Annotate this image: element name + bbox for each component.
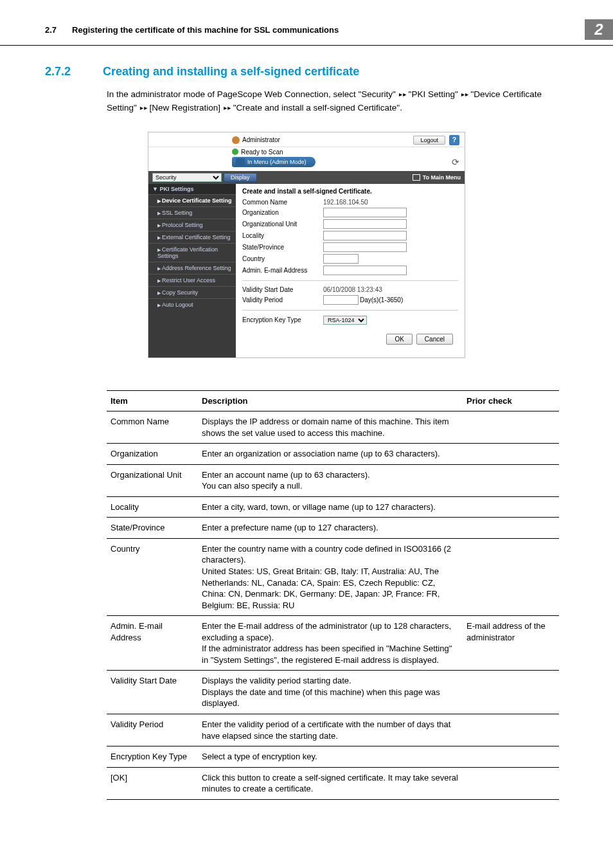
table-row: State/ProvinceEnter a prefecture name (u…	[107, 518, 559, 539]
email-input[interactable]	[323, 266, 407, 275]
mode-label: In Menu (Admin Mode)	[247, 159, 306, 165]
intro-b: "PKI Setting"	[409, 89, 461, 99]
locality-input[interactable]	[323, 231, 407, 240]
label-common-name: Common Name	[242, 199, 323, 206]
sidebar-item-ssl[interactable]: SSL Setting	[148, 206, 236, 219]
cell-item: Common Name	[107, 411, 198, 444]
cell-item: Locality	[107, 496, 198, 518]
label-validity-start: Validity Start Date	[242, 286, 323, 293]
logout-button[interactable]: Logout	[413, 136, 445, 145]
sidebar-item-external-cert[interactable]: External Certificate Setting	[148, 231, 236, 243]
cell-prior-check	[463, 411, 559, 444]
validity-period-input[interactable]	[323, 295, 359, 305]
main-panel: Create and install a self-signed Certifi…	[236, 184, 465, 357]
cell-prior-check	[463, 714, 559, 746]
cell-prior-check: E-mail address of the administrator	[463, 616, 559, 671]
value-validity-start: 06/10/2008 13:23:43	[323, 286, 382, 293]
cell-description: Enter an account name (up to 63 characte…	[198, 464, 463, 496]
cancel-button[interactable]: Cancel	[416, 334, 453, 345]
table-row: Validity Start DateDisplays the validity…	[107, 671, 559, 714]
table-row: Admin. E-mail AddressEnter the E-mail ad…	[107, 616, 559, 671]
cell-description: Select a type of encryption key.	[198, 746, 463, 768]
sidebar-item-device-cert[interactable]: Device Certificate Setting	[148, 194, 236, 206]
label-enc-key: Encryption Key Type	[242, 316, 323, 323]
sidebar-item-copy-security[interactable]: Copy Security	[148, 286, 236, 298]
arrow-icon: ▸▸	[398, 89, 406, 99]
table-row: LocalityEnter a city, ward, town, or vil…	[107, 496, 559, 518]
heading-number: 2.7.2	[45, 65, 71, 78]
printer-icon	[236, 158, 245, 166]
table-row: OrganizationEnter an organization or ass…	[107, 444, 559, 465]
label-country: Country	[242, 255, 323, 262]
cell-description: Enter a city, ward, town, or village nam…	[198, 496, 463, 518]
th-item: Item	[107, 390, 198, 411]
cell-description: Enter an organization or association nam…	[198, 444, 463, 465]
label-email: Admin. E-mail Address	[242, 267, 323, 274]
sidebar-group-pki[interactable]: ▼ PKI Settings	[148, 184, 236, 194]
cell-prior-check	[463, 518, 559, 539]
help-icon[interactable]: ?	[449, 135, 459, 145]
org-unit-input[interactable]	[323, 219, 407, 229]
cell-prior-check	[463, 767, 559, 799]
display-button[interactable]: Display	[224, 173, 257, 182]
sidebar-item-auto-logout[interactable]: Auto Logout	[148, 298, 236, 311]
cell-item: Validity Start Date	[107, 671, 198, 714]
cell-item: Country	[107, 538, 198, 615]
label-locality: Locality	[242, 232, 323, 239]
embedded-screenshot: Administrator Logout ? Ready to Scan In …	[148, 132, 465, 358]
table-row: Encryption Key TypeSelect a type of encr…	[107, 746, 559, 768]
cell-description: Enter the country name with a country co…	[198, 538, 463, 615]
validity-period-suffix: Day(s)(1-3650)	[360, 296, 403, 303]
cell-prior-check	[463, 444, 559, 465]
label-org-unit: Organizational Unit	[242, 221, 323, 228]
intro-a: In the administrator mode of PageScope W…	[107, 89, 398, 99]
cell-prior-check	[463, 464, 559, 496]
sidebar-item-restrict-user[interactable]: Restrict User Access	[148, 274, 236, 286]
category-select[interactable]: Security	[152, 173, 222, 182]
ready-status: Ready to Scan	[241, 149, 283, 156]
arrow-icon: ▸▸	[460, 89, 468, 99]
state-input[interactable]	[323, 242, 407, 252]
cell-prior-check	[463, 538, 559, 615]
table-row: [OK]Click this button to create a self-s…	[107, 767, 559, 799]
table-row: Validity PeriodEnter the validity period…	[107, 714, 559, 746]
cell-item: Organizational Unit	[107, 464, 198, 496]
refresh-icon[interactable]: ⟳	[452, 157, 459, 167]
label-organization: Organization	[242, 209, 323, 216]
sidebar-item-protocol[interactable]: Protocol Setting	[148, 219, 236, 231]
value-common-name: 192.168.104.50	[323, 199, 368, 206]
organization-input[interactable]	[323, 208, 407, 217]
admin-label: Administrator	[242, 136, 280, 143]
cell-item: Validity Period	[107, 714, 198, 746]
cell-description: Displays the validity period starting da…	[198, 671, 463, 714]
country-input[interactable]	[323, 254, 359, 264]
th-description: Description	[198, 390, 463, 411]
cell-prior-check	[463, 746, 559, 768]
menu-icon	[413, 174, 420, 181]
enc-key-select[interactable]: RSA-1024	[323, 316, 367, 325]
sidebar-item-cert-verification[interactable]: Certificate Verification Settings	[148, 243, 236, 262]
intro-e: "Create and install a self-signed Certif…	[233, 103, 402, 113]
intro-d: [New Registration]	[150, 103, 223, 113]
arrow-icon: ▸▸	[223, 102, 231, 113]
cell-item: Admin. E-mail Address	[107, 616, 198, 671]
cell-item: State/Province	[107, 518, 198, 539]
sidebar-item-address-ref[interactable]: Address Reference Setting	[148, 262, 236, 274]
label-validity-period: Validity Period	[242, 296, 323, 303]
page-footer: bizhub C652/C652DS/C552/C552DS/C452 2-17	[0, 813, 613, 868]
th-prior-check: Prior check	[463, 390, 559, 411]
status-dot-icon	[232, 149, 238, 155]
panel-title: Create and install a self-signed Certifi…	[242, 188, 458, 195]
cell-item: [OK]	[107, 767, 198, 799]
ok-button[interactable]: OK	[386, 334, 412, 345]
cell-prior-check	[463, 671, 559, 714]
cell-prior-check	[463, 496, 559, 518]
cell-description: Enter the validity period of a certifica…	[198, 714, 463, 746]
cell-item: Organization	[107, 444, 198, 465]
user-icon	[232, 136, 240, 144]
description-table: Item Description Prior check Common Name…	[107, 390, 559, 800]
main-menu-link[interactable]: To Main Menu	[413, 174, 461, 181]
table-row: Organizational UnitEnter an account name…	[107, 464, 559, 496]
cell-item: Encryption Key Type	[107, 746, 198, 768]
cell-description: Displays the IP address or domain name o…	[198, 411, 463, 444]
